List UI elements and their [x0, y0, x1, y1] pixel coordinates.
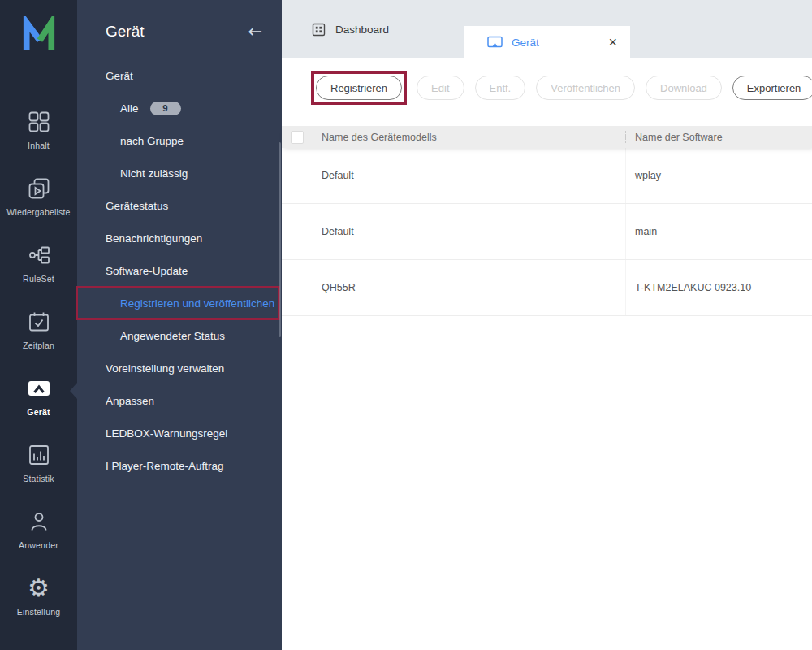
cell-software: main	[635, 226, 657, 237]
device-icon	[27, 375, 51, 401]
tab-bar: Dashboard Gerät ×	[282, 0, 812, 58]
exportieren-button[interactable]: Exportieren	[732, 76, 812, 100]
rail-item-zeitplan[interactable]: Zeitplan	[0, 296, 77, 362]
sidebar-item-nicht-zulaessig[interactable]: Nicht zulässig	[77, 157, 282, 189]
magicinfo-logo	[0, 0, 77, 57]
sidebar-item-nach-gruppe[interactable]: nach Gruppe	[77, 124, 282, 157]
tab-dashboard[interactable]: Dashboard	[282, 0, 464, 58]
table-row[interactable]: QH55R T-KTM2ELAKUC 0923.10	[282, 260, 812, 316]
statistics-icon	[28, 442, 50, 468]
playlist-icon	[28, 176, 50, 202]
sidebar-item-geraet[interactable]: Gerät	[77, 59, 282, 92]
dashboard-icon	[312, 23, 326, 37]
active-wedge	[70, 383, 77, 399]
select-all-checkbox[interactable]	[291, 131, 304, 144]
app-window: Inhalt Wiedergabeliste	[0, 0, 812, 650]
table-empty-area	[282, 316, 812, 650]
rail-item-anwender[interactable]: Anwender	[0, 496, 77, 562]
rail-label: Inhalt	[28, 141, 50, 150]
icon-rail: Inhalt Wiedergabeliste	[0, 0, 77, 650]
tab-label: Dashboard	[335, 24, 389, 36]
sidebar-item-ledbox-warnungsregel[interactable]: LEDBOX-Warnungsregel	[77, 417, 282, 449]
count-badge: 9	[150, 102, 181, 115]
rail-label: Wiedergabeliste	[6, 207, 70, 217]
rail-label: Zeitplan	[23, 340, 54, 350]
user-icon	[28, 509, 50, 535]
tab-geraet[interactable]: Gerät ×	[464, 26, 630, 58]
logo-m-icon	[20, 16, 58, 52]
gear-icon: ⚙	[28, 575, 50, 601]
cell-software: T-KTM2ELAKUC 0923.10	[635, 282, 751, 293]
collapse-arrow-icon[interactable]: ←	[248, 24, 262, 41]
table-row[interactable]: Default wplay	[282, 148, 812, 204]
cell-model: QH55R	[322, 282, 356, 293]
tab-label: Gerät	[512, 37, 539, 49]
software-table: Name des Gerätemodells Name der Software…	[282, 126, 812, 650]
edit-button: Edit	[417, 76, 464, 100]
rail-item-statistik[interactable]: Statistik	[0, 429, 77, 496]
rail-nav: Inhalt Wiedergabeliste	[0, 57, 77, 629]
veroeffentlichen-button: Veröffentlichen	[536, 76, 635, 100]
sidebar-item-benachrichtigungen[interactable]: Benachrichtigungen	[77, 222, 282, 254]
download-button: Download	[646, 76, 722, 100]
sidebar-item-voreinstellung-verwalten[interactable]: Voreinstellung verwalten	[77, 352, 282, 384]
schedule-icon	[28, 309, 50, 335]
sidebar-menu: Gerät Alle 9 nach Gruppe Nicht zulässig …	[77, 54, 282, 482]
display-icon	[487, 36, 503, 49]
sidebar-item-geraetestatus[interactable]: Gerätestatus	[77, 189, 282, 222]
entfernen-button: Entf.	[475, 76, 526, 100]
rail-item-ruleset[interactable]: RuleSet	[0, 229, 77, 296]
sidebar-item-angewendeter-status[interactable]: Angewendeter Status	[77, 319, 282, 352]
rail-label: Gerät	[27, 407, 50, 417]
sidebar-scrollbar[interactable]	[279, 142, 281, 337]
rail-label: Statistik	[23, 474, 54, 483]
ruleset-icon	[28, 242, 50, 268]
rail-label: Einstellung	[17, 607, 61, 617]
rail-item-wiedergabeliste[interactable]: Wiedergabeliste	[0, 162, 77, 229]
table-header: Name des Gerätemodells Name der Software	[282, 126, 812, 148]
registrieren-button[interactable]: Registrieren	[316, 76, 402, 100]
sidebar-item-iplayer-remote-auftrag[interactable]: I Player-Remote-Auftrag	[77, 449, 282, 482]
rail-label: Anwender	[19, 540, 58, 550]
sidebar: Gerät ← Gerät Alle 9 nach Gruppe Nicht z…	[77, 0, 282, 650]
cell-software: wplay	[635, 170, 661, 181]
rail-label: RuleSet	[23, 274, 54, 284]
grid-icon	[28, 109, 50, 135]
table-row[interactable]: Default main	[282, 204, 812, 260]
cell-model: Default	[322, 170, 354, 181]
cell-model: Default	[322, 226, 354, 237]
sidebar-item-software-update[interactable]: Software-Update	[77, 254, 282, 287]
close-icon[interactable]: ×	[608, 35, 617, 50]
rail-item-einstellung[interactable]: ⚙ Einstellung	[0, 562, 77, 629]
rail-item-inhalt[interactable]: Inhalt	[0, 96, 77, 162]
column-header-model: Name des Gerätemodells	[322, 132, 437, 143]
sidebar-item-registrieren-und-veroeffentlichen[interactable]: Registrieren und veröffentlichen	[77, 287, 282, 319]
column-header-software: Name der Software	[635, 132, 723, 143]
sidebar-item-anpassen[interactable]: Anpassen	[77, 384, 282, 417]
sidebar-item-alle[interactable]: Alle 9	[77, 92, 282, 124]
rail-item-geraet[interactable]: Gerät	[0, 362, 77, 429]
sidebar-title: Gerät	[106, 23, 145, 41]
annotation-box-registrieren: Registrieren	[311, 71, 407, 105]
main-area: Dashboard Gerät × Registrieren Edit Entf…	[282, 0, 812, 650]
toolbar: Registrieren Edit Entf. Veröffentlichen …	[282, 58, 812, 126]
